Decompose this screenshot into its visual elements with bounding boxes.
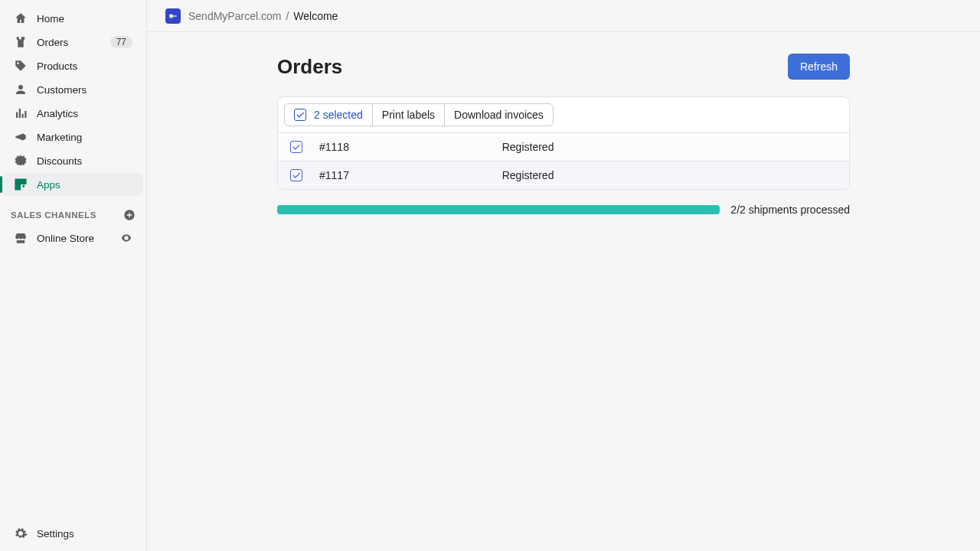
download-invoices-label: Download invoices (454, 109, 544, 121)
marketing-icon (14, 130, 28, 144)
table-row[interactable]: #1117 Registered (278, 161, 849, 190)
row-checkbox[interactable] (290, 141, 302, 153)
sidebar-channels-nav: Online Store (0, 226, 146, 250)
view-store-icon[interactable] (120, 232, 132, 244)
home-icon (14, 11, 28, 25)
content: Orders Refresh 2 selected (147, 32, 980, 551)
sidebar-item-label: Online Store (37, 233, 111, 244)
row-checkbox[interactable] (290, 169, 302, 181)
order-id-cell: #1117 (307, 161, 490, 190)
orders-table: #1118 Registered #1117 Regist (278, 132, 849, 189)
sidebar-item-products[interactable]: Products (3, 54, 143, 77)
customers-icon (14, 83, 28, 96)
app-logo-icon (165, 8, 181, 24)
sidebar-primary-nav: Home Orders 77 Products Customers (0, 6, 146, 197)
sidebar-item-apps[interactable]: Apps (3, 173, 143, 196)
sidebar-item-label: Marketing (37, 132, 132, 143)
download-invoices-button[interactable]: Download invoices (444, 104, 553, 126)
sidebar-section-label: SALES CHANNELS (11, 210, 96, 220)
orders-card: 2 selected Print labels Download invoice… (277, 96, 850, 190)
add-channel-icon[interactable] (123, 209, 136, 221)
sidebar-item-orders[interactable]: Orders 77 (3, 31, 143, 54)
apps-icon (14, 178, 28, 191)
svg-point-2 (169, 14, 173, 18)
sidebar-item-label: Customers (37, 84, 132, 96)
gear-icon (14, 527, 28, 540)
orders-count-badge: 77 (110, 36, 132, 48)
progress-bar (277, 205, 720, 214)
selection-count-label: 2 selected (314, 109, 363, 121)
table-row[interactable]: #1118 Registered (278, 133, 849, 161)
selection-checkbox-icon[interactable] (294, 109, 306, 121)
sidebar-item-home[interactable]: Home (3, 7, 143, 30)
sidebar-item-label: Products (37, 60, 132, 72)
sidebar-item-label: Analytics (37, 108, 132, 119)
sidebar-item-marketing[interactable]: Marketing (3, 126, 143, 148)
order-status-cell: Registered (490, 161, 849, 190)
sidebar-section-heading-sales-channels: SALES CHANNELS (0, 197, 146, 226)
sidebar-item-label: Home (37, 13, 132, 24)
progress-text: 2/2 shipments processed (730, 204, 850, 216)
online-store-icon (14, 231, 28, 245)
products-icon (14, 59, 28, 73)
sidebar-item-label: Settings (37, 528, 132, 540)
page-header: Orders Refresh (277, 54, 850, 80)
svg-point-0 (17, 62, 19, 64)
breadcrumb-separator: / (286, 10, 289, 22)
sidebar-item-label: Apps (37, 179, 132, 191)
discounts-icon (14, 154, 28, 168)
selection-count: 2 selected (285, 104, 372, 126)
print-labels-button[interactable]: Print labels (372, 104, 444, 126)
sidebar-item-label: Orders (37, 37, 101, 48)
breadcrumb: SendMyParcel.com / Welcome (188, 10, 338, 22)
orders-icon (14, 35, 28, 49)
sidebar-item-discounts[interactable]: Discounts (3, 149, 143, 172)
progress-row: 2/2 shipments processed (277, 204, 850, 216)
print-labels-label: Print labels (382, 109, 435, 121)
breadcrumb-page: Welcome (293, 10, 338, 22)
sidebar: Home Orders 77 Products Customers (0, 0, 147, 551)
topbar: SendMyParcel.com / Welcome (147, 0, 980, 32)
sidebar-item-analytics[interactable]: Analytics (3, 102, 143, 125)
order-status-cell: Registered (490, 133, 849, 161)
main: SendMyParcel.com / Welcome Orders Refres… (147, 0, 980, 551)
sidebar-item-label: Discounts (37, 155, 132, 167)
sidebar-item-customers[interactable]: Customers (3, 78, 143, 101)
breadcrumb-app-name[interactable]: SendMyParcel.com (188, 10, 281, 22)
order-id-cell: #1118 (307, 133, 490, 161)
sidebar-item-online-store[interactable]: Online Store (3, 227, 143, 249)
bulk-action-bar: 2 selected Print labels Download invoice… (278, 97, 849, 132)
refresh-button[interactable]: Refresh (788, 54, 850, 80)
bulk-action-group: 2 selected Print labels Download invoice… (284, 103, 554, 126)
page-title: Orders (277, 55, 342, 79)
sidebar-item-settings[interactable]: Settings (3, 522, 143, 545)
analytics-icon (14, 106, 28, 120)
